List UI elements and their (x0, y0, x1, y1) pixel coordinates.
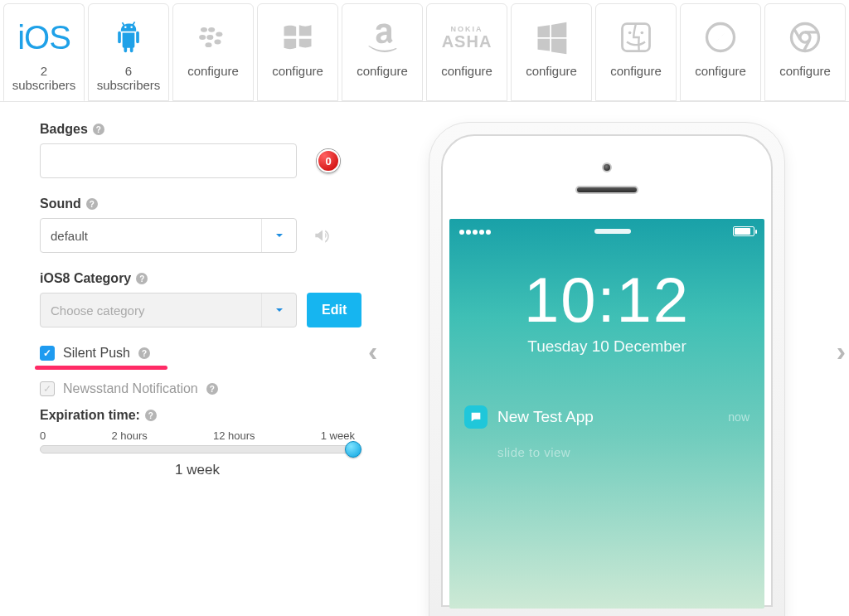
phone-camera (602, 162, 612, 172)
platform-windows-label: configure (526, 64, 577, 78)
platform-tab-safari[interactable]: configure (680, 3, 761, 101)
platform-blackberry-label: configure (187, 64, 239, 78)
platform-tab-windows[interactable]: configure (511, 3, 592, 101)
platform-ios-count: 2subscribers (12, 64, 76, 93)
platform-android-count: 6subscribers (97, 64, 161, 93)
windows-phone-icon (279, 12, 316, 62)
category-select[interactable]: Choose category (40, 293, 297, 327)
mac-finder-icon (618, 12, 654, 62)
expiration-value: 1 week (40, 462, 355, 478)
svg-point-8 (628, 32, 632, 35)
chrome-icon (787, 12, 823, 62)
svg-point-0 (201, 27, 207, 32)
platform-tab-mac[interactable]: configure (595, 3, 677, 101)
android-icon (110, 12, 147, 62)
silent-push-label: Silent Push (63, 346, 130, 361)
lockscreen-time: 10:12 (449, 264, 764, 336)
notification-time: now (728, 410, 750, 424)
preview-next-button[interactable]: › (837, 335, 846, 367)
highlight-underline (35, 366, 167, 370)
silent-push-checkbox[interactable] (40, 346, 55, 361)
help-icon[interactable]: ? (136, 273, 148, 284)
badges-input[interactable] (40, 143, 297, 178)
svg-point-1 (208, 27, 215, 32)
signal-icon (459, 226, 492, 237)
phone-screen: 10:12 Tuesday 10 December New Test App n… (449, 219, 764, 609)
newsstand-checkbox (40, 381, 55, 396)
nokia-asha-icon: NOKIA ASHA (442, 12, 492, 62)
slider-thumb[interactable] (345, 441, 361, 458)
help-icon[interactable]: ? (138, 347, 150, 359)
platform-windows-phone-label: configure (272, 64, 323, 78)
expiration-label: Expiration time: ? (40, 408, 371, 423)
amazon-icon (364, 12, 400, 62)
volume-icon (312, 225, 333, 246)
platform-tabs: iOS 2subscribers 6subscribers configure … (0, 0, 849, 102)
platform-tab-asha[interactable]: NOKIA ASHA configure (426, 3, 507, 101)
platform-safari-label: configure (695, 64, 746, 78)
platform-tab-windows-phone[interactable]: configure (257, 3, 338, 101)
platform-asha-label: configure (441, 64, 492, 78)
platform-chrome-label: configure (779, 64, 831, 78)
settings-form: Badges ? 0 Sound ? default (7, 122, 371, 616)
preview-prev-button[interactable]: ‹ (368, 335, 377, 367)
svg-point-9 (641, 32, 644, 35)
category-label: iOS8 Category ? (40, 271, 371, 286)
svg-point-5 (205, 42, 211, 47)
svg-point-11 (719, 36, 722, 39)
lockscreen-date: Tuesday 10 December (449, 337, 764, 356)
slide-to-view: slide to view (497, 445, 764, 459)
windows-icon (533, 12, 570, 62)
help-icon[interactable]: ? (206, 383, 218, 395)
svg-point-6 (214, 40, 221, 45)
svg-point-2 (199, 35, 206, 40)
device-preview: ‹ › 10:12 Tuesday 10 December (371, 122, 842, 616)
slider-ticks: 0 2 hours 12 hours 1 week (40, 429, 355, 442)
battery-icon (733, 226, 754, 236)
help-icon[interactable]: ? (86, 198, 98, 210)
platform-mac-label: configure (610, 64, 662, 78)
status-bar (449, 219, 764, 244)
newsstand-label: Newsstand Notification (63, 381, 198, 396)
phone-speaker (575, 186, 638, 194)
phone-frame: 10:12 Tuesday 10 December New Test App n… (429, 122, 785, 616)
svg-point-3 (206, 35, 213, 40)
platform-amazon-label: configure (357, 64, 408, 78)
badges-label: Badges ? (40, 122, 371, 137)
platform-tab-android[interactable]: 6subscribers (88, 3, 169, 101)
platform-tab-chrome[interactable]: configure (764, 3, 846, 101)
carrier-pill (594, 229, 631, 234)
help-icon[interactable]: ? (145, 410, 157, 421)
edit-category-button[interactable]: Edit (307, 293, 361, 327)
silent-push-row[interactable]: Silent Push ? (40, 346, 371, 361)
help-icon[interactable]: ? (93, 124, 104, 135)
sound-select[interactable]: default (40, 218, 297, 253)
sound-label: Sound ? (40, 196, 371, 211)
blackberry-icon (195, 12, 231, 62)
svg-point-4 (216, 32, 222, 36)
chevron-down-icon (261, 293, 296, 327)
chevron-down-icon (261, 219, 296, 252)
platform-tab-amazon[interactable]: configure (342, 3, 423, 101)
platform-tab-ios[interactable]: iOS 2subscribers (3, 3, 85, 101)
badge-counter: 0 (317, 149, 340, 172)
ios-icon: iOS (17, 12, 70, 62)
notification-app-icon (464, 405, 488, 429)
safari-icon (702, 12, 739, 62)
notification-title: New Test App (497, 408, 718, 426)
notification: New Test App now (464, 405, 750, 429)
newsstand-row: Newsstand Notification ? (40, 381, 371, 396)
expiration-slider[interactable] (40, 445, 355, 454)
platform-tab-blackberry[interactable]: configure (172, 3, 254, 101)
